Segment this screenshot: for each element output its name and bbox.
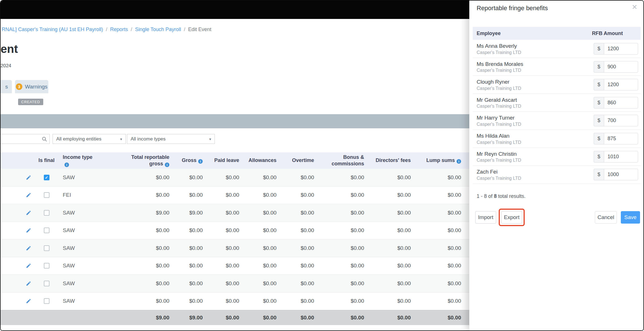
info-icon[interactable]: i — [165, 163, 169, 167]
rfb-row: Mr Harry TurnerCasper's Training LTD$ — [473, 112, 641, 130]
edit-row-button[interactable] — [26, 175, 31, 180]
is-final-checkbox[interactable] — [44, 298, 49, 304]
breadcrumb-link[interactable]: Reports — [110, 27, 128, 32]
table-header-row: Is finalIncome typeiTotal reportablegros… — [1, 152, 469, 169]
table-row: FEI$0.00$0.00$0.00$0.00$0.00$0.00$0.00$0… — [1, 187, 469, 204]
total-empty — [37, 310, 56, 325]
rfb-amount-input[interactable] — [604, 169, 638, 180]
is-final-checkbox[interactable] — [44, 192, 49, 198]
cell-directors-fees: $0.00 — [368, 204, 414, 222]
rfb-amount-group: $ — [594, 133, 638, 144]
is-final-checkbox[interactable] — [44, 263, 49, 269]
cell-is-final — [37, 293, 56, 310]
table-row: SAW$0.00$0.00$0.00$0.00$0.00$0.00$0.00$0… — [1, 257, 469, 275]
cell-is-final: ✓ — [37, 169, 56, 186]
cell-paid-leave: $0.00 — [206, 239, 243, 257]
cell-directors-fees: $0.00 — [368, 222, 414, 239]
cell-directors-fees: $0.00 — [368, 239, 414, 257]
cell-hidden — [465, 169, 469, 186]
info-icon[interactable]: i — [457, 159, 461, 164]
results-summary: 1 - 8 of 8 total results. — [477, 193, 526, 199]
cell-edit — [1, 275, 37, 292]
edit-row-button[interactable] — [26, 263, 31, 269]
rfb-amount-input[interactable] — [604, 97, 638, 109]
cell-lump-sums: $0.00 — [414, 239, 465, 257]
breadcrumb: RNAL] Casper's Training (AU 1st EH Payro… — [2, 27, 211, 33]
export-button[interactable]: Export — [501, 211, 522, 224]
import-button[interactable]: Import — [475, 211, 496, 224]
edit-row-button[interactable] — [26, 245, 31, 251]
edit-row-button[interactable] — [26, 210, 31, 216]
cell-edit — [1, 169, 37, 186]
tab-warnings[interactable]: 3 Warnings — [15, 80, 48, 93]
search-input[interactable] — [1, 134, 42, 144]
rfb-amount-input[interactable] — [604, 79, 638, 90]
cell-is-final — [37, 239, 56, 257]
is-final-checkbox[interactable] — [44, 228, 49, 233]
tab-left-fragment[interactable]: s — [1, 80, 12, 93]
cell-allowances: $0.00 — [243, 275, 280, 292]
employee-name: Ms Anna Beverly — [477, 43, 517, 49]
cell-directors-fees: $0.00 — [368, 187, 414, 204]
employee-company: Casper's Training LTD — [477, 176, 521, 181]
cell-paid-leave: $0.00 — [206, 293, 243, 310]
column-header-lump-sums: Lump sumsi — [414, 152, 465, 169]
is-final-checkbox[interactable]: ✓ — [44, 175, 49, 180]
column-header-rfb-amount: RFB Amount — [592, 31, 623, 36]
breadcrumb-link[interactable]: Single Touch Payroll — [135, 27, 181, 32]
employee-name: Mr Gerald Ascart — [477, 97, 517, 103]
is-final-checkbox[interactable] — [44, 210, 49, 216]
tab-warnings-label: Warnings — [25, 84, 47, 90]
cell-lump-sums: $0.00 — [414, 187, 465, 204]
cell-gross: $0.00 — [173, 275, 206, 292]
employing-entities-dropdown[interactable]: All employing entities ▾ — [53, 134, 126, 144]
income-types-dropdown[interactable]: All income types ▾ — [127, 134, 215, 144]
breadcrumb-link[interactable]: RNAL] Casper's Training (AU 1st EH Payro… — [2, 27, 103, 32]
is-final-checkbox[interactable] — [44, 281, 49, 286]
cell-income-type: SAW — [56, 275, 94, 292]
cancel-button[interactable]: Cancel — [595, 211, 617, 224]
cell-bonus-commissions: $0.00 — [318, 257, 368, 275]
edit-row-button[interactable] — [26, 298, 31, 304]
save-button[interactable]: Save — [621, 211, 640, 224]
rfb-amount-input[interactable] — [604, 133, 638, 144]
info-icon[interactable]: i — [198, 159, 203, 164]
rfb-amount-input[interactable] — [604, 151, 638, 163]
cell-gross: $0.00 — [173, 293, 206, 310]
cell-total-reportable-gross: $0.00 — [94, 187, 173, 204]
warning-count-badge: 3 — [16, 83, 22, 90]
rfb-amount-input[interactable] — [604, 61, 638, 73]
employee-company: Casper's Training LTD — [477, 140, 521, 145]
cell-lump-sums: $0.00 — [414, 275, 465, 292]
cell-paid-leave: $0.00 — [206, 169, 243, 186]
edit-row-button[interactable] — [26, 228, 31, 233]
cell-bonus-commissions: $0.00 — [318, 169, 368, 186]
income-types-dropdown-label: All income types — [131, 136, 166, 142]
rfb-row: Ms Hilda AlanCasper's Training LTD$ — [473, 130, 641, 148]
currency-addon: $ — [594, 97, 604, 109]
column-header-directors-fees: Directors' fees — [368, 152, 414, 169]
total-overtime: $0.00 — [280, 310, 318, 325]
cell-hidden — [465, 275, 469, 292]
results-prefix: 1 - 8 of — [477, 193, 494, 199]
close-icon[interactable]: × — [632, 2, 637, 11]
cell-overtime: $0.00 — [280, 187, 318, 204]
is-final-checkbox[interactable] — [44, 245, 49, 251]
edit-row-button[interactable] — [26, 192, 31, 198]
cell-total-reportable-gross: $0.00 — [94, 293, 173, 310]
rfb-amount-input[interactable] — [604, 43, 638, 55]
cell-paid-leave: $0.00 — [206, 257, 243, 275]
info-icon[interactable]: i — [64, 163, 69, 167]
rfb-amount-group: $ — [594, 151, 638, 163]
totals-row: $9.00$9.00$0.00$0.00$0.00$0.00$0.00$0.00 — [1, 310, 469, 325]
cell-gross: $0.00 — [173, 239, 206, 257]
rfb-amount-input[interactable] — [604, 115, 638, 126]
total-bonus-commissions: $0.00 — [318, 310, 368, 325]
stp-events-table: Is finalIncome typeiTotal reportablegros… — [1, 152, 469, 325]
cell-gross: $0.00 — [173, 222, 206, 239]
cell-allowances: $0.00 — [243, 239, 280, 257]
edit-row-button[interactable] — [26, 281, 31, 286]
cell-hidden — [465, 293, 469, 310]
total-total-reportable-gross: $9.00 — [94, 310, 173, 325]
column-header-label: Overtime — [292, 157, 314, 164]
